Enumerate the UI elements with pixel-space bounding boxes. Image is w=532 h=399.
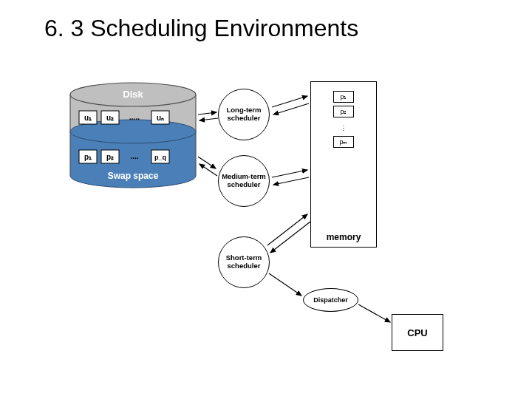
dispatcher-oval: Dispatcher	[303, 288, 358, 312]
svg-line-20	[198, 157, 216, 168]
cpu-box: CPU	[392, 314, 443, 351]
memory-label: memory	[311, 232, 376, 242]
svg-text:.....: .....	[129, 113, 140, 121]
svg-line-29	[358, 304, 390, 322]
long-term-scheduler: Long-term scheduler	[218, 89, 270, 140]
svg-line-19	[200, 118, 218, 120]
page-title: 6. 3 Scheduling Environments	[44, 15, 358, 42]
svg-line-21	[200, 164, 217, 176]
svg-text:p_q: p_q	[154, 154, 166, 161]
svg-text:u₂: u₂	[106, 114, 114, 122]
svg-line-18	[198, 112, 216, 115]
svg-text:....: ....	[130, 152, 138, 160]
svg-line-23	[273, 103, 309, 115]
swap-label: Swap space	[108, 171, 159, 181]
svg-line-27	[270, 222, 310, 253]
svg-text:p₂: p₂	[106, 153, 114, 161]
disk-cylinder: Disk u₁ u₂ ..... uₙ p₁ p₂ .... p_q	[66, 81, 200, 196]
svg-line-22	[272, 96, 307, 107]
svg-line-25	[273, 177, 309, 185]
svg-line-26	[267, 214, 307, 245]
scheduling-diagram: Disk u₁ u₂ ..... uₙ p₁ p₂ .... p_q	[66, 81, 466, 377]
memory-ellipsis: ...	[311, 123, 376, 130]
svg-text:uₙ: uₙ	[157, 114, 164, 122]
memory-slot: p₂	[333, 106, 354, 117]
svg-text:p₁: p₁	[84, 153, 92, 161]
short-term-scheduler: Short-term scheduler	[218, 236, 270, 288]
disk-label: Disk	[123, 89, 143, 100]
svg-line-28	[269, 273, 301, 296]
memory-slot: pₘ	[333, 136, 354, 148]
svg-line-24	[272, 170, 307, 177]
memory-slot: p₁	[333, 91, 354, 103]
memory-box: p₁ p₂ ... pₘ memory	[310, 81, 377, 248]
svg-text:u₁: u₁	[84, 114, 92, 122]
medium-term-scheduler: Medium-term scheduler	[218, 155, 270, 207]
